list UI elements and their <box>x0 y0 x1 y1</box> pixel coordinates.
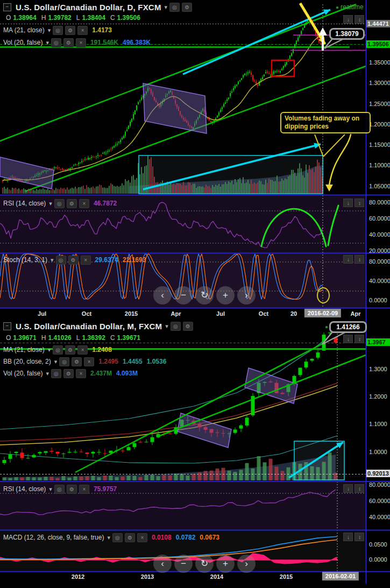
date-tag: 2016-02-09 <box>304 309 341 317</box>
price-alert-callout[interactable]: 1.38079 <box>329 28 365 40</box>
time-axis-label: Jul <box>216 310 225 317</box>
stoch-indicator-label[interactable]: Stoch (14, 3, 1) <box>3 256 47 264</box>
scale-reset-button[interactable]: ↕ <box>354 255 364 264</box>
chevron-down-icon[interactable]: ▾ <box>107 534 110 541</box>
gear-icon[interactable]: ⚙ <box>125 533 135 542</box>
vol-indicator-label[interactable]: Vol (20, false) <box>3 370 42 377</box>
vol-indicator-label[interactable]: Vol (20, false) <box>3 39 42 46</box>
scale-reset-button[interactable]: ↕ <box>354 15 364 24</box>
gear-icon[interactable]: ⚙ <box>63 369 74 378</box>
high-value: 1.39782 <box>48 14 71 22</box>
eye-icon[interactable]: ◎ <box>56 256 66 265</box>
chart-nav-scroll-left-button[interactable]: ‹ <box>153 555 172 573</box>
scale-reset-button[interactable]: ↕ <box>354 199 364 207</box>
chart-nav-zoom-in-button[interactable]: + <box>216 555 235 573</box>
chart-nav-scroll-left-button[interactable]: ‹ <box>153 286 172 304</box>
bottom-ma-row: MA (21, close) ▾ ◎ ⚙ × 1.2408 <box>3 344 193 355</box>
chevron-down-icon[interactable]: ▾ <box>165 4 168 11</box>
rsi-indicator-label[interactable]: RSI (14, close) <box>3 485 46 493</box>
eye-icon[interactable]: ◎ <box>53 345 63 355</box>
scale-down-button[interactable]: ↓ <box>343 533 353 541</box>
scale-down-button[interactable]: ↓ <box>343 335 353 343</box>
gear-icon[interactable]: ⚙ <box>67 485 77 494</box>
price-axis-tick: 1.25000 <box>369 101 390 107</box>
chevron-down-icon[interactable]: ▾ <box>48 346 51 353</box>
eye-icon[interactable]: ◎ <box>51 38 61 47</box>
close-icon[interactable]: × <box>79 485 89 494</box>
chevron-down-icon[interactable]: ▾ <box>46 39 49 46</box>
chevron-down-icon[interactable]: ▾ <box>48 27 51 34</box>
scale-reset-button[interactable]: ↕ <box>354 533 364 541</box>
top-symbol-title[interactable]: U.S. Dollar/Canadian Dollar, D, FXCM <box>16 3 161 12</box>
rsi-axis-tick: 80.0000 <box>369 199 390 206</box>
chart-nav-zoom-out-button[interactable]: − <box>174 286 193 304</box>
top-ohlc-row: O 1.38964 H 1.39782 L 1.38404 C 1.39506 <box>3 12 192 23</box>
ma-indicator-label[interactable]: MA (21, close) <box>3 346 45 353</box>
scale-reset-button[interactable]: ↕ <box>354 484 364 493</box>
chevron-down-icon[interactable]: ▾ <box>54 358 58 365</box>
price-alert-callout[interactable]: 1.41266 <box>329 321 367 333</box>
scale-down-button[interactable]: ↓ <box>343 199 353 207</box>
bb-indicator-label[interactable]: BB (20, close, 2) <box>3 358 51 365</box>
close-icon[interactable]: × <box>76 38 86 47</box>
gear-icon[interactable]: ⚙ <box>65 26 75 35</box>
eye-icon[interactable]: ◎ <box>54 199 65 208</box>
gear-icon[interactable]: ⚙ <box>183 322 193 331</box>
close-value: 1.39671 <box>117 334 140 342</box>
macd-indicator-label[interactable]: MACD (12, 26, close, 9, false, true) <box>3 534 104 541</box>
eye-icon[interactable]: ◎ <box>54 485 65 494</box>
eye-icon[interactable]: ◎ <box>112 533 123 542</box>
chevron-down-icon[interactable]: ▾ <box>51 257 54 264</box>
realtime-dot-icon: ● <box>336 4 339 10</box>
chevron-down-icon[interactable]: ▾ <box>165 323 168 330</box>
chart-nav-scroll-right-button[interactable]: › <box>237 286 256 304</box>
gear-icon[interactable]: ⚙ <box>72 357 82 366</box>
chart-nav-scroll-right-button[interactable]: › <box>237 555 256 573</box>
eye-icon[interactable]: ◎ <box>51 369 61 378</box>
rsi-value: 75.9757 <box>94 485 117 493</box>
macd-value: 0.0782 <box>176 534 196 541</box>
chevron-down-icon[interactable]: ▾ <box>49 200 52 207</box>
bb-lower-value: 1.0536 <box>147 358 167 365</box>
eye-icon[interactable]: ◎ <box>53 26 63 35</box>
gear-icon[interactable]: ⚙ <box>67 199 77 208</box>
close-icon[interactable]: × <box>77 26 88 35</box>
eye-icon[interactable]: ◎ <box>171 322 181 331</box>
scale-reset-button[interactable]: ↕ <box>354 335 364 343</box>
bottom-rsi-header: RSI (14, close) ▾ ◎ ⚙ × 75.9757 <box>3 484 117 494</box>
scale-down-button[interactable]: ↓ <box>343 15 353 24</box>
collapse-icon[interactable]: − <box>3 322 11 330</box>
time-axis-label: 20 <box>290 310 297 317</box>
chevron-down-icon[interactable]: ▾ <box>46 370 49 377</box>
scale-down-button[interactable]: ↓ <box>343 255 353 264</box>
close-icon[interactable]: × <box>79 199 89 208</box>
high-label: H <box>41 14 46 22</box>
gear-icon[interactable]: ⚙ <box>68 256 79 265</box>
eye-icon[interactable]: ◎ <box>169 3 180 12</box>
bottom-bb-row: BB (20, close, 2) ▾ ◎ ⚙ × 1.2495 1.4455 … <box>3 356 193 367</box>
chevron-down-icon[interactable]: ▾ <box>49 486 52 493</box>
bottom-symbol-title[interactable]: U.S. Dollar/Canadian Dollar, M, FXCM <box>16 322 162 331</box>
collapse-icon[interactable]: − <box>3 3 11 11</box>
close-icon[interactable]: × <box>137 533 147 542</box>
volume-annotation[interactable]: Volumes fading away on dipping prices <box>280 112 371 133</box>
close-icon[interactable]: × <box>81 256 91 265</box>
scale-down-button[interactable]: ↓ <box>343 484 353 493</box>
chart-nav-reset-button[interactable]: ↻ <box>195 555 214 573</box>
stoch-axis-tick: 0.0000 <box>369 297 387 303</box>
ma-value: 1.4173 <box>92 26 112 34</box>
rsi-indicator-label[interactable]: RSI (14, close) <box>3 200 46 207</box>
ma-indicator-label[interactable]: MA (21, close) <box>3 26 45 34</box>
chart-nav-reset-button[interactable]: ↻ <box>195 286 214 304</box>
current-price-tag: 1.3967 <box>366 338 390 346</box>
close-icon[interactable]: × <box>76 369 86 378</box>
gear-icon[interactable]: ⚙ <box>182 3 192 12</box>
gear-icon[interactable]: ⚙ <box>63 38 74 47</box>
eye-icon[interactable]: ◎ <box>59 357 69 366</box>
close-icon[interactable]: × <box>84 357 94 366</box>
chart-nav-zoom-in-button[interactable]: + <box>216 286 235 304</box>
close-icon[interactable]: × <box>77 345 88 355</box>
chart-nav-zoom-out-button[interactable]: − <box>174 555 193 573</box>
gear-icon[interactable]: ⚙ <box>65 345 75 355</box>
top-rsi-header: RSI (14, close) ▾ ◎ ⚙ × 46.7872 <box>3 198 117 209</box>
